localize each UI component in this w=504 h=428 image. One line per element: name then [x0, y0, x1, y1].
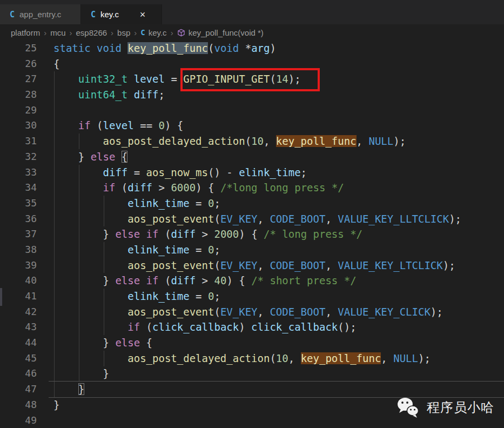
tab-key.c[interactable]: Ckey.c×	[81, 4, 162, 24]
line-content: } else {	[37, 335, 152, 351]
breadcrumb-item-key_poll_funcvoid[interactable]: key_poll_func(void *)	[177, 28, 264, 37]
line-content	[37, 103, 53, 118]
code-line-36[interactable]: 36 aos_post_event(EV_KEY, CODE_BOOT, VAL…	[0, 211, 504, 227]
line-number[interactable]: 37	[0, 226, 37, 242]
line-number[interactable]: 26	[0, 56, 37, 72]
code-line-41[interactable]: 41 elink_time = 0;	[0, 289, 504, 304]
breadcrumb-label: platform	[11, 28, 40, 37]
left-edge-marker	[0, 288, 2, 306]
code-line-38[interactable]: 38 elink_time = 0;	[0, 242, 504, 258]
watermark-text: 程序员小哈	[427, 399, 494, 416]
code-line-26[interactable]: 26{	[0, 56, 504, 72]
code-line-27[interactable]: 27 uint32_t level = GPIO_INPUT_GET(14);	[0, 71, 504, 87]
code-line-47[interactable]: 47 }	[0, 382, 504, 397]
line-content: elink_time = 0;	[37, 196, 220, 211]
tab-label: app_entry.c	[19, 10, 61, 19]
breadcrumb-label: key.c	[149, 28, 167, 37]
line-content: if (diff > 6000) { /*long long press */	[37, 180, 344, 196]
line-number[interactable]: 39	[0, 258, 37, 273]
line-content: elink_time = 0;	[37, 289, 220, 304]
chevron-right-icon: ›	[44, 28, 46, 37]
line-content: aos_post_delayed_action(10, key_poll_fun…	[37, 133, 406, 149]
line-content: }	[37, 397, 59, 413]
tab-label: key.c	[100, 10, 119, 19]
line-content: diff = aos_now_ms() - elink_time;	[37, 165, 307, 180]
code-line-40[interactable]: 40 } else if (diff > 40) { /* short pres…	[0, 273, 504, 289]
line-number[interactable]: 28	[0, 87, 37, 103]
breadcrumb-label: mcu	[50, 28, 65, 37]
line-number[interactable]: 29	[0, 103, 37, 118]
c-file-icon: C	[91, 10, 96, 19]
line-number[interactable]: 40	[0, 273, 37, 289]
line-number[interactable]: 47	[0, 382, 37, 397]
code-line-25[interactable]: 25static void key_poll_func(void *arg)	[0, 41, 504, 56]
breadcrumb-label: esp8266	[76, 28, 107, 37]
code-line-28[interactable]: 28 uint64_t diff;	[0, 87, 504, 103]
line-number[interactable]: 32	[0, 149, 37, 165]
code-line-42[interactable]: 42 aos_post_event(EV_KEY, CODE_BOOT, VAL…	[0, 304, 504, 320]
line-number[interactable]: 36	[0, 211, 37, 227]
line-number[interactable]: 42	[0, 304, 37, 320]
line-number[interactable]: 43	[0, 319, 37, 335]
code-line-46[interactable]: 46 }	[0, 366, 504, 382]
line-content: if (click_callback) click_callback();	[37, 319, 357, 335]
code-line-31[interactable]: 31 aos_post_delayed_action(10, key_poll_…	[0, 133, 504, 149]
line-number[interactable]: 35	[0, 196, 37, 211]
code-line-45[interactable]: 45 aos_post_delayed_action(10, key_poll_…	[0, 351, 504, 366]
line-content	[37, 413, 53, 428]
code-line-32[interactable]: 32 } else {	[0, 149, 504, 165]
breadcrumb-label: key_poll_func(void *)	[189, 28, 264, 37]
tab-bar: Capp_entry.cCkey.c×	[0, 0, 504, 24]
line-content: aos_post_delayed_action(10, key_poll_fun…	[37, 351, 431, 366]
code-line-33[interactable]: 33 diff = aos_now_ms() - elink_time;	[0, 165, 504, 180]
line-number[interactable]: 44	[0, 335, 37, 351]
c-file-icon: C	[10, 10, 15, 19]
line-content: } else {	[37, 149, 127, 165]
code-line-34[interactable]: 34 if (diff > 6000) { /*long long press …	[0, 180, 504, 196]
line-number[interactable]: 49	[0, 413, 37, 428]
code-line-35[interactable]: 35 elink_time = 0;	[0, 196, 504, 211]
line-number[interactable]: 33	[0, 165, 37, 180]
code-line-30[interactable]: 30 if (level == 0) {	[0, 118, 504, 133]
line-content: {	[37, 56, 59, 72]
code-lines: 25static void key_poll_func(void *arg)26…	[0, 41, 504, 428]
code-line-44[interactable]: 44 } else {	[0, 335, 504, 351]
watermark: 程序员小哈	[397, 397, 494, 418]
code-line-39[interactable]: 39 aos_post_event(EV_KEY, CODE_BOOT, VAL…	[0, 258, 504, 273]
vscode-window: Capp_entry.cCkey.c× platform›mcu›esp8266…	[0, 0, 504, 428]
chevron-right-icon: ›	[70, 28, 72, 37]
breadcrumb-item-bsp[interactable]: bsp	[117, 28, 130, 37]
line-number[interactable]: 48	[0, 397, 37, 413]
chevron-right-icon: ›	[111, 28, 113, 37]
line-content: if (level == 0) {	[37, 118, 183, 133]
code-line-43[interactable]: 43 if (click_callback) click_callback();	[0, 319, 504, 335]
chevron-right-icon: ›	[134, 28, 137, 37]
breadcrumb-item-key.c[interactable]: Ckey.c	[140, 28, 166, 37]
tabs-container: Capp_entry.cCkey.c×	[0, 4, 162, 24]
code-editor[interactable]: 25static void key_poll_func(void *arg)26…	[0, 41, 504, 428]
line-number[interactable]: 27	[0, 71, 37, 87]
breadcrumb-label: bsp	[117, 28, 130, 37]
c-file-icon: C	[140, 28, 145, 37]
close-icon[interactable]: ×	[137, 10, 148, 19]
line-content: }	[37, 366, 109, 382]
line-content: aos_post_event(EV_KEY, CODE_BOOT, VALUE_…	[37, 304, 443, 320]
line-number[interactable]: 46	[0, 366, 37, 382]
line-number[interactable]: 45	[0, 351, 37, 366]
line-content: static void key_poll_func(void *arg)	[37, 41, 276, 56]
line-number[interactable]: 41	[0, 289, 37, 304]
breadcrumb-item-esp8266[interactable]: esp8266	[76, 28, 107, 37]
breadcrumb: platform›mcu›esp8266›bsp›Ckey.c›key_poll…	[0, 24, 504, 41]
code-line-29[interactable]: 29	[0, 103, 504, 118]
code-line-37[interactable]: 37 } else if (diff > 2000) { /* long pre…	[0, 226, 504, 242]
breadcrumb-item-mcu[interactable]: mcu	[50, 28, 65, 37]
breadcrumb-item-platform[interactable]: platform	[11, 28, 40, 37]
line-number[interactable]: 38	[0, 242, 37, 258]
line-number[interactable]: 25	[0, 41, 37, 56]
tab-app_entry.c[interactable]: Capp_entry.c	[0, 4, 81, 24]
line-number[interactable]: 34	[0, 180, 37, 196]
line-content: } else if (diff > 40) { /* short press *…	[37, 273, 357, 289]
line-number[interactable]: 30	[0, 118, 37, 133]
line-content: uint64_t diff;	[37, 87, 165, 103]
line-number[interactable]: 31	[0, 133, 37, 149]
